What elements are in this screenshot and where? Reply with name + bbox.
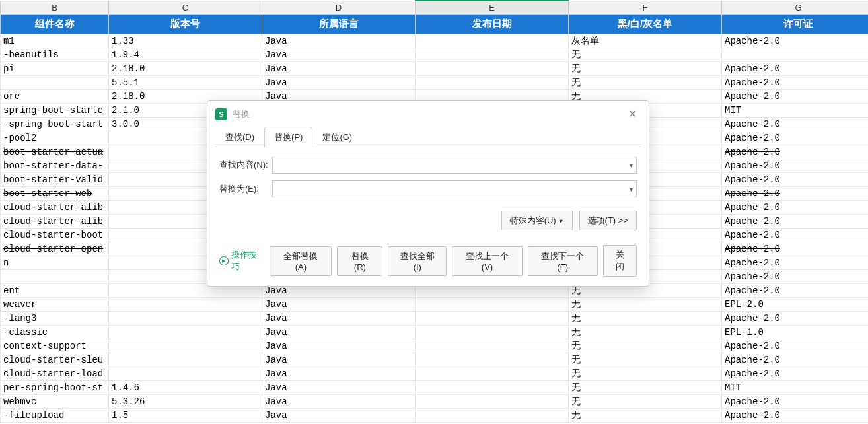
cell[interactable]: Java: [262, 353, 416, 367]
cell[interactable]: 无: [569, 394, 722, 408]
cell[interactable]: 无: [569, 297, 722, 311]
cell[interactable]: Apache-2.0: [722, 117, 869, 131]
cell[interactable]: Apache-2.0: [722, 214, 869, 228]
cell[interactable]: 无: [569, 311, 722, 325]
cell[interactable]: [416, 380, 569, 394]
cell[interactable]: Apache-2.0: [722, 408, 869, 422]
cell[interactable]: 无: [569, 367, 722, 380]
find-all-button[interactable]: 查找全部(I): [388, 246, 447, 276]
special-content-button[interactable]: 特殊内容(U)▼: [501, 211, 573, 230]
cell[interactable]: boot-starter-web: [1, 186, 109, 200]
replace-input[interactable]: [272, 180, 637, 197]
header-cell[interactable]: 黑/白/灰名单: [569, 14, 722, 34]
tips-link[interactable]: ▶ 操作技巧: [219, 249, 264, 273]
cell[interactable]: Apache-2.0: [722, 339, 869, 353]
cell[interactable]: boot-starter-valid: [1, 172, 109, 186]
cell[interactable]: Java: [262, 61, 416, 75]
cell[interactable]: 1.9.4: [109, 48, 262, 61]
cell[interactable]: Java: [262, 367, 416, 380]
header-cell[interactable]: 许可证: [722, 14, 869, 34]
cell[interactable]: [416, 75, 569, 89]
cell[interactable]: [416, 34, 569, 48]
cell[interactable]: cloud-starter-sleu: [1, 353, 109, 367]
cell[interactable]: Apache-2.0: [722, 34, 869, 48]
header-cell[interactable]: 组件名称: [1, 14, 109, 34]
header-cell[interactable]: 发布日期: [416, 14, 569, 34]
cell[interactable]: Java: [262, 394, 416, 408]
cell[interactable]: Apache-2.0: [722, 186, 869, 200]
column-header-F[interactable]: F: [569, 1, 722, 14]
cell[interactable]: 5.5.1: [109, 75, 262, 89]
cell[interactable]: 1.5: [109, 408, 262, 422]
cell[interactable]: spring-boot-starte: [1, 103, 109, 117]
cell[interactable]: -classic: [1, 325, 109, 339]
cell[interactable]: Apache-2.0: [722, 283, 869, 297]
cell[interactable]: [416, 367, 569, 380]
cell[interactable]: 无: [569, 380, 722, 394]
cell[interactable]: cloud-starter-open: [1, 242, 109, 256]
cell[interactable]: Apache-2.0: [722, 131, 869, 145]
cell[interactable]: MIT: [722, 103, 869, 117]
cell[interactable]: Apache-2.0: [722, 75, 869, 89]
cell[interactable]: Apache-2.0: [722, 394, 869, 408]
cell[interactable]: cloud-starter-load: [1, 367, 109, 380]
cell[interactable]: [1, 269, 109, 283]
cell[interactable]: Apache-2.0: [722, 269, 869, 283]
header-cell[interactable]: 版本号: [109, 14, 262, 34]
cell[interactable]: [416, 394, 569, 408]
cell[interactable]: Java: [262, 325, 416, 339]
cell[interactable]: Apache-2.0: [722, 353, 869, 367]
tab-goto[interactable]: 定位(G): [312, 127, 362, 147]
cell[interactable]: 灰名单: [569, 34, 722, 48]
cell[interactable]: [416, 353, 569, 367]
cell[interactable]: Java: [262, 380, 416, 394]
column-header-D[interactable]: D: [262, 1, 416, 14]
cell[interactable]: -spring-boot-start: [1, 117, 109, 131]
cell[interactable]: 无: [569, 48, 722, 61]
cell[interactable]: 无: [569, 408, 722, 422]
tab-find[interactable]: 查找(D): [215, 127, 264, 147]
cell[interactable]: ore: [1, 89, 109, 103]
cell[interactable]: n: [1, 256, 109, 269]
replace-button[interactable]: 替换(R): [337, 246, 382, 276]
close-icon[interactable]: ✕: [624, 106, 641, 122]
cell[interactable]: [416, 325, 569, 339]
cell[interactable]: Apache-2.0: [722, 256, 869, 269]
cell[interactable]: EPL-2.0: [722, 297, 869, 311]
cell[interactable]: Apache-2.0: [722, 228, 869, 242]
options-button[interactable]: 选项(T) >>: [579, 211, 637, 230]
cell[interactable]: ent: [1, 283, 109, 297]
cell[interactable]: [109, 353, 262, 367]
cell[interactable]: Apache-2.0: [722, 172, 869, 186]
cell[interactable]: -beanutils: [1, 48, 109, 61]
cell[interactable]: Java: [262, 408, 416, 422]
cell[interactable]: [416, 311, 569, 325]
cell[interactable]: Java: [262, 34, 416, 48]
cell[interactable]: Apache-2.0: [722, 159, 869, 172]
cell[interactable]: boot-starter-actua: [1, 145, 109, 159]
cell[interactable]: Apache-2.0: [722, 89, 869, 103]
cell[interactable]: 5.3.26: [109, 394, 262, 408]
cell[interactable]: [416, 339, 569, 353]
cell[interactable]: 1.4.6: [109, 380, 262, 394]
dialog-titlebar[interactable]: S 替换 ✕: [207, 101, 649, 127]
cell[interactable]: Apache-2.0: [722, 367, 869, 380]
find-next-button[interactable]: 查找下一个(F): [528, 246, 598, 276]
cell[interactable]: pi: [1, 61, 109, 75]
cell[interactable]: Apache-2.0: [722, 61, 869, 75]
cell[interactable]: cloud-starter-boot: [1, 228, 109, 242]
cell[interactable]: [416, 61, 569, 75]
cell[interactable]: webmvc: [1, 394, 109, 408]
cell[interactable]: per-spring-boot-st: [1, 380, 109, 394]
cell[interactable]: m1: [1, 34, 109, 48]
cell[interactable]: [416, 297, 569, 311]
cell[interactable]: 无: [569, 325, 722, 339]
cell[interactable]: [416, 408, 569, 422]
cell[interactable]: -lang3: [1, 311, 109, 325]
cell[interactable]: [416, 48, 569, 61]
cell[interactable]: Apache-2.0: [722, 242, 869, 256]
cell[interactable]: [722, 48, 869, 61]
header-cell[interactable]: 所属语言: [262, 14, 416, 34]
cell[interactable]: 无: [569, 75, 722, 89]
find-prev-button[interactable]: 查找上一个(V): [452, 246, 523, 276]
